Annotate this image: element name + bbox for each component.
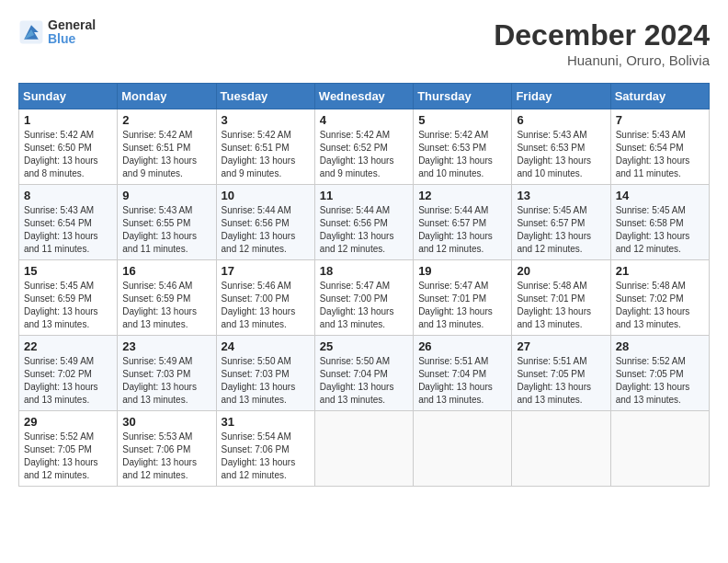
day-info: Sunrise: 5:49 AMSunset: 7:02 PMDaylight:… (24, 355, 112, 407)
empty-cell (314, 411, 413, 487)
day-info: Sunrise: 5:47 AMSunset: 7:01 PMDaylight:… (418, 280, 506, 331)
month-title: December 2024 (494, 18, 710, 52)
day-number: 13 (517, 189, 605, 202)
day-31: 31 Sunrise: 5:54 AMSunset: 7:06 PMDaylig… (216, 411, 314, 487)
day-info: Sunrise: 5:44 AMSunset: 6:57 PMDaylight:… (418, 204, 506, 256)
day-info: Sunrise: 5:52 AMSunset: 7:05 PMDaylight:… (616, 355, 704, 407)
day-info: Sunrise: 5:45 AMSunset: 6:57 PMDaylight:… (517, 204, 605, 256)
week-row-2: 8 Sunrise: 5:43 AMSunset: 6:54 PMDayligh… (19, 185, 710, 260)
day-number: 23 (122, 339, 210, 353)
day-10: 10 Sunrise: 5:44 AMSunset: 6:56 PMDaylig… (216, 185, 314, 260)
day-22: 22 Sunrise: 5:49 AMSunset: 7:02 PMDaylig… (19, 336, 118, 411)
day-info: Sunrise: 5:43 AMSunset: 6:53 PMDaylight:… (517, 129, 605, 180)
week-row-1: 1 Sunrise: 5:42 AMSunset: 6:50 PMDayligh… (19, 109, 710, 185)
day-info: Sunrise: 5:44 AMSunset: 6:56 PMDaylight:… (222, 204, 310, 256)
day-number: 14 (616, 189, 704, 202)
day-number: 25 (320, 339, 408, 353)
day-11: 11 Sunrise: 5:44 AMSunset: 6:56 PMDaylig… (314, 185, 413, 260)
logo: General Blue (18, 18, 96, 47)
day-27: 27 Sunrise: 5:51 AMSunset: 7:05 PMDaylig… (512, 336, 610, 411)
col-saturday: Saturday (610, 84, 709, 109)
day-info: Sunrise: 5:43 AMSunset: 6:54 PMDaylight:… (24, 204, 112, 256)
day-info: Sunrise: 5:42 AMSunset: 6:50 PMDaylight:… (24, 129, 112, 180)
day-number: 10 (222, 189, 310, 202)
day-info: Sunrise: 5:46 AMSunset: 7:00 PMDaylight:… (222, 280, 310, 331)
week-row-3: 15 Sunrise: 5:45 AMSunset: 6:59 PMDaylig… (19, 260, 710, 336)
day-16: 16 Sunrise: 5:46 AMSunset: 6:59 PMDaylig… (118, 260, 216, 336)
day-info: Sunrise: 5:50 AMSunset: 7:04 PMDaylight:… (320, 355, 408, 407)
day-14: 14 Sunrise: 5:45 AMSunset: 6:58 PMDaylig… (610, 185, 709, 260)
logo-icon (18, 19, 44, 45)
col-monday: Monday (118, 84, 216, 109)
day-26: 26 Sunrise: 5:51 AMSunset: 7:04 PMDaylig… (414, 336, 512, 411)
day-9: 9 Sunrise: 5:43 AMSunset: 6:55 PMDayligh… (118, 185, 216, 260)
day-21: 21 Sunrise: 5:48 AMSunset: 7:02 PMDaylig… (610, 260, 709, 336)
week-row-5: 29 Sunrise: 5:52 AMSunset: 7:05 PMDaylig… (19, 411, 710, 487)
day-17: 17 Sunrise: 5:46 AMSunset: 7:00 PMDaylig… (216, 260, 314, 336)
day-2: 2 Sunrise: 5:42 AMSunset: 6:51 PMDayligh… (118, 109, 216, 185)
day-info: Sunrise: 5:52 AMSunset: 7:05 PMDaylight:… (24, 431, 112, 482)
day-info: Sunrise: 5:46 AMSunset: 6:59 PMDaylight:… (122, 280, 210, 331)
col-sunday: Sunday (19, 84, 118, 109)
day-number: 31 (222, 415, 310, 429)
day-number: 9 (122, 189, 210, 202)
day-number: 5 (418, 113, 506, 127)
day-7: 7 Sunrise: 5:43 AMSunset: 6:54 PMDayligh… (610, 109, 709, 185)
day-info: Sunrise: 5:54 AMSunset: 7:06 PMDaylight:… (222, 431, 310, 482)
day-number: 17 (222, 264, 310, 278)
day-number: 8 (24, 189, 112, 202)
day-number: 18 (320, 264, 408, 278)
day-number: 6 (517, 113, 605, 127)
day-20: 20 Sunrise: 5:48 AMSunset: 7:01 PMDaylig… (512, 260, 610, 336)
day-info: Sunrise: 5:45 AMSunset: 6:58 PMDaylight:… (616, 204, 704, 256)
day-number: 11 (320, 189, 408, 202)
day-number: 16 (122, 264, 210, 278)
day-19: 19 Sunrise: 5:47 AMSunset: 7:01 PMDaylig… (414, 260, 512, 336)
calendar-table: Sunday Monday Tuesday Wednesday Thursday… (18, 83, 710, 487)
logo-line2: Blue (48, 32, 96, 46)
calendar-header-row: Sunday Monday Tuesday Wednesday Thursday… (19, 84, 710, 109)
day-number: 29 (24, 415, 112, 429)
day-15: 15 Sunrise: 5:45 AMSunset: 6:59 PMDaylig… (19, 260, 118, 336)
empty-cell (512, 411, 610, 487)
day-3: 3 Sunrise: 5:42 AMSunset: 6:51 PMDayligh… (216, 109, 314, 185)
day-number: 24 (222, 339, 310, 353)
day-number: 1 (24, 113, 112, 127)
day-30: 30 Sunrise: 5:53 AMSunset: 7:06 PMDaylig… (118, 411, 216, 487)
day-info: Sunrise: 5:42 AMSunset: 6:51 PMDaylight:… (122, 129, 210, 180)
page-header: General Blue December 2024 Huanuni, Orur… (18, 18, 710, 68)
logo-text: General Blue (48, 18, 96, 47)
day-number: 21 (616, 264, 704, 278)
day-number: 30 (122, 415, 210, 429)
empty-cell (610, 411, 709, 487)
day-4: 4 Sunrise: 5:42 AMSunset: 6:52 PMDayligh… (314, 109, 413, 185)
day-number: 12 (418, 189, 506, 202)
col-friday: Friday (512, 84, 610, 109)
day-number: 27 (517, 339, 605, 353)
day-info: Sunrise: 5:45 AMSunset: 6:59 PMDaylight:… (24, 280, 112, 331)
day-number: 19 (418, 264, 506, 278)
logo-line1: General (48, 18, 96, 32)
day-number: 28 (616, 339, 704, 353)
day-13: 13 Sunrise: 5:45 AMSunset: 6:57 PMDaylig… (512, 185, 610, 260)
day-25: 25 Sunrise: 5:50 AMSunset: 7:04 PMDaylig… (314, 336, 413, 411)
day-24: 24 Sunrise: 5:50 AMSunset: 7:03 PMDaylig… (216, 336, 314, 411)
day-number: 20 (517, 264, 605, 278)
day-info: Sunrise: 5:42 AMSunset: 6:52 PMDaylight:… (320, 129, 408, 180)
day-info: Sunrise: 5:43 AMSunset: 6:54 PMDaylight:… (616, 129, 704, 180)
day-info: Sunrise: 5:42 AMSunset: 6:51 PMDaylight:… (222, 129, 310, 180)
day-23: 23 Sunrise: 5:49 AMSunset: 7:03 PMDaylig… (118, 336, 216, 411)
col-thursday: Thursday (414, 84, 512, 109)
day-info: Sunrise: 5:47 AMSunset: 7:00 PMDaylight:… (320, 280, 408, 331)
day-info: Sunrise: 5:50 AMSunset: 7:03 PMDaylight:… (222, 355, 310, 407)
day-5: 5 Sunrise: 5:42 AMSunset: 6:53 PMDayligh… (414, 109, 512, 185)
day-1: 1 Sunrise: 5:42 AMSunset: 6:50 PMDayligh… (19, 109, 118, 185)
col-tuesday: Tuesday (216, 84, 314, 109)
empty-cell (414, 411, 512, 487)
day-number: 15 (24, 264, 112, 278)
location-label: Huanuni, Oruro, Bolivia (494, 52, 710, 68)
day-29: 29 Sunrise: 5:52 AMSunset: 7:05 PMDaylig… (19, 411, 118, 487)
day-info: Sunrise: 5:49 AMSunset: 7:03 PMDaylight:… (122, 355, 210, 407)
day-18: 18 Sunrise: 5:47 AMSunset: 7:00 PMDaylig… (314, 260, 413, 336)
day-12: 12 Sunrise: 5:44 AMSunset: 6:57 PMDaylig… (414, 185, 512, 260)
